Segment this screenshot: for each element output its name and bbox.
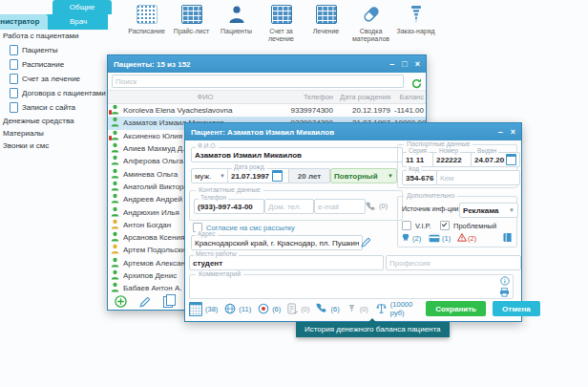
- chevron-down-icon: ▼: [388, 173, 393, 179]
- column-phone[interactable]: Телефон: [287, 93, 337, 101]
- sidebar-section-calls-sms[interactable]: Звонки и смс: [3, 141, 49, 150]
- sidebar-item-schedule[interactable]: Расписание: [10, 59, 64, 70]
- implant-icon[interactable]: [346, 304, 357, 314]
- warning-icon[interactable]: [457, 233, 467, 242]
- patient-form-titlebar[interactable]: Пациент: Азаматов Измаил Микаилов – ×: [185, 123, 521, 140]
- email-input[interactable]: [318, 203, 362, 211]
- toolbar-pricelist[interactable]: Прайс-лист: [170, 4, 213, 43]
- passport-code-input[interactable]: [406, 174, 434, 183]
- search-input[interactable]: [112, 75, 404, 88]
- phone-icon[interactable]: [316, 303, 327, 314]
- minimize-button[interactable]: –: [498, 123, 503, 140]
- print-icon[interactable]: [499, 288, 510, 297]
- email-field[interactable]: [314, 199, 366, 214]
- vip-checkbox[interactable]: [402, 221, 411, 230]
- toolbar-materials-summary[interactable]: Сводка материалов: [349, 4, 392, 43]
- documents-icon[interactable]: [287, 303, 298, 314]
- calendar-icon[interactable]: [506, 154, 516, 165]
- edit-patient-button[interactable]: [139, 296, 151, 308]
- passport-series-input[interactable]: [406, 156, 430, 164]
- profession-field[interactable]: [386, 255, 521, 270]
- document-icon: [10, 74, 18, 84]
- passport-issued-input[interactable]: [474, 156, 505, 164]
- passport-issuer-field[interactable]: [436, 170, 520, 185]
- minimize-button[interactable]: –: [389, 55, 394, 73]
- dental-count: (2): [412, 234, 421, 243]
- address-field[interactable]: Адрес: [191, 235, 363, 250]
- tab-administrator[interactable]: Администратор: [0, 14, 48, 30]
- address-input[interactable]: [195, 239, 359, 247]
- web-icon[interactable]: [224, 303, 236, 314]
- passport-code-field[interactable]: Код: [402, 170, 438, 185]
- tab-doctor[interactable]: Врач: [50, 14, 107, 30]
- phone-input[interactable]: [198, 203, 261, 211]
- fio-field[interactable]: Ф.И.О.: [191, 147, 403, 162]
- sex-select[interactable]: муж.▼: [191, 168, 229, 183]
- close-button[interactable]: ×: [415, 55, 420, 73]
- patient-icon: [111, 269, 119, 280]
- balance-scales-icon[interactable]: [375, 303, 388, 314]
- book-icon[interactable]: [503, 232, 513, 243]
- sms-icon[interactable]: [366, 202, 376, 212]
- card-icon[interactable]: [429, 234, 440, 243]
- problem-checkbox[interactable]: [440, 221, 450, 230]
- column-name[interactable]: ФИО: [123, 93, 287, 101]
- sidebar-item-invoice[interactable]: Счет за лечение: [10, 74, 80, 84]
- column-balance[interactable]: Баланс: [394, 93, 428, 101]
- dob-field[interactable]: Дата рожд.: [227, 168, 290, 183]
- maximize-button[interactable]: □: [402, 55, 407, 73]
- sidebar-section-patients-work[interactable]: Работа с пациентами: [3, 32, 79, 40]
- visits-calendar-icon[interactable]: [189, 302, 202, 316]
- sidebar-item-site-records[interactable]: Записи с сайта: [10, 102, 75, 113]
- home-phone-input[interactable]: [268, 203, 310, 211]
- patient-icon: [111, 231, 119, 242]
- dob-input[interactable]: [231, 172, 269, 181]
- tab-general[interactable]: Общие: [52, 0, 112, 14]
- dental-icon[interactable]: [402, 233, 411, 243]
- toolbar-invoice[interactable]: Счет за лечение: [260, 4, 303, 43]
- passport-number-field[interactable]: Номер: [432, 152, 472, 167]
- toolbar-workorder[interactable]: Заказ-наряд: [394, 4, 437, 43]
- profession-input[interactable]: [389, 259, 517, 268]
- toolbar-schedule[interactable]: Расписание: [125, 4, 168, 43]
- sidebar-item-patients[interactable]: Пациенты: [10, 45, 58, 55]
- main-toolbar: Расписание Прайс-лист Пациенты Счет за л…: [125, 4, 437, 43]
- table-header: ФИО Телефон Дата рождения Баланс: [108, 91, 426, 104]
- record-icon[interactable]: [258, 303, 269, 314]
- home-phone-field[interactable]: [264, 199, 314, 214]
- sidebar-item-contracts[interactable]: Договора с пациентами: [10, 88, 106, 98]
- cancel-button[interactable]: Отмена: [493, 301, 540, 316]
- edit-address-icon[interactable]: [361, 237, 371, 247]
- passport-issued-field[interactable]: Выдан: [471, 152, 520, 167]
- add-patient-button[interactable]: [115, 295, 127, 308]
- patient-icon: [111, 130, 119, 140]
- chevron-down-icon: ▼: [509, 207, 514, 213]
- toolbar-treatment[interactable]: Лечение: [304, 4, 347, 43]
- patient-form-title: Пациент: Азаматов Измаил Микаилов: [191, 128, 491, 137]
- refresh-icon[interactable]: [411, 75, 422, 93]
- source-select[interactable]: Реклкама▼: [459, 203, 518, 218]
- patient-phone: 9339974300: [287, 106, 337, 115]
- patient-icon: [111, 244, 119, 254]
- column-dob[interactable]: Дата рождения: [337, 93, 394, 101]
- table-row[interactable]: Koroleva Elena Vyacheslavovna 9339974300…: [108, 104, 426, 117]
- comment-textarea[interactable]: [192, 277, 494, 298]
- fio-input[interactable]: [195, 151, 399, 160]
- passport-issuer-input[interactable]: [440, 174, 516, 183]
- workplace-input[interactable]: [193, 259, 380, 268]
- save-button[interactable]: Сохранить: [426, 301, 486, 316]
- pricelist-icon: [181, 5, 202, 24]
- passport-number-input[interactable]: [436, 156, 469, 164]
- copy-patient-button[interactable]: [163, 296, 173, 308]
- visit-type-select[interactable]: Повторный▼: [330, 168, 397, 183]
- toolbar-patients[interactable]: Пациенты: [215, 4, 258, 43]
- close-button[interactable]: ×: [511, 123, 515, 140]
- calendar-icon[interactable]: [272, 170, 283, 182]
- balance-tooltip: История денежного баланса пациента: [296, 322, 450, 337]
- phone-field[interactable]: Телефон: [194, 199, 264, 214]
- workplace-field[interactable]: Место работы: [189, 255, 384, 270]
- sidebar-section-money[interactable]: Денежные средства: [3, 117, 74, 125]
- sidebar-section-materials[interactable]: Материалы: [3, 129, 44, 138]
- info-icon[interactable]: [500, 276, 510, 286]
- patients-window-titlebar[interactable]: Пациенты: 15 из 152 – □ ×: [108, 55, 426, 73]
